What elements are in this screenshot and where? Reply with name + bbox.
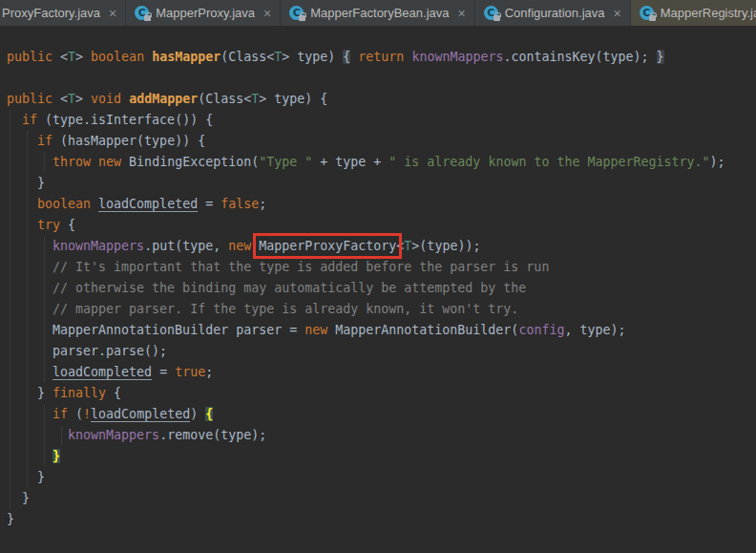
red-annotation-box: MapperProxyFactory [259,239,396,253]
code-line: // otherwise the binding may automatical… [7,278,756,299]
code-line: if (hasMapper(type)) { [7,131,756,152]
tab-close-icon[interactable]: × [108,7,117,20]
tab-label: Configuration.java [505,6,605,20]
code-line: } [7,509,756,530]
class-lock-icon: C [640,6,656,21]
code-lines: public <T> boolean hasMapper(Class<T> ty… [7,47,756,530]
code-line: } [7,488,756,509]
code-line: } [7,467,756,488]
tab-label: MapperFactoryBean.java [310,6,449,20]
code-line: } finally { [7,383,756,404]
code-line: public <T> boolean hasMapper(Class<T> ty… [7,47,756,68]
code-line: MapperAnnotationBuilder parser = new Map… [7,320,756,341]
class-lock-icon: C [484,6,500,21]
tab-mapperregistry-java[interactable]: CMapperRegistry.java× [631,0,756,26]
class-lock-icon: C [135,6,151,21]
tab-bar: ProxyFactory.java×CMapperProxy.java×CMap… [0,0,756,29]
code-line: parser.parse(); [7,341,756,362]
tab-close-icon[interactable]: × [262,7,272,20]
code-line: knownMappers.put(type, new MapperProxyFa… [7,236,756,257]
code-line: if (type.isInterface()) { [7,110,756,131]
tab-close-icon[interactable]: × [613,7,622,20]
tab-label: MapperRegistry.java [661,6,756,20]
code-line: loadCompleted = true; [7,362,756,383]
code-line: // It's important that the type is added… [7,257,756,278]
code-line: } [7,446,756,467]
class-lock-icon: C [289,6,305,21]
code-editor[interactable]: public <T> boolean hasMapper(Class<T> ty… [0,29,756,550]
code-line: if (!loadCompleted) { [7,404,756,425]
tab-proxyfactory-java[interactable]: ProxyFactory.java× [0,0,126,26]
tab-configuration-java[interactable]: CConfiguration.java× [475,0,631,26]
ide-window: ProxyFactory.java×CMapperProxy.java×CMap… [0,0,756,553]
code-line: public <T> void addMapper(Class<T> type)… [7,89,756,110]
code-line: } [7,173,756,194]
code-line: try { [7,215,756,236]
code-line: throw new BindingException("Type " + typ… [7,152,756,173]
code-line: // mapper parser. If the type is already… [7,299,756,320]
code-line: boolean loadCompleted = false; [7,194,756,215]
tab-mapperproxy-java[interactable]: CMapperProxy.java× [126,0,281,26]
code-line [7,68,756,89]
code-line: knownMappers.remove(type); [7,425,756,446]
tab-label: MapperProxy.java [156,6,255,20]
tab-mapperfactorybean-java[interactable]: CMapperFactoryBean.java× [281,0,474,26]
tab-label: ProxyFactory.java [2,6,100,20]
tab-close-icon[interactable]: × [457,7,467,20]
